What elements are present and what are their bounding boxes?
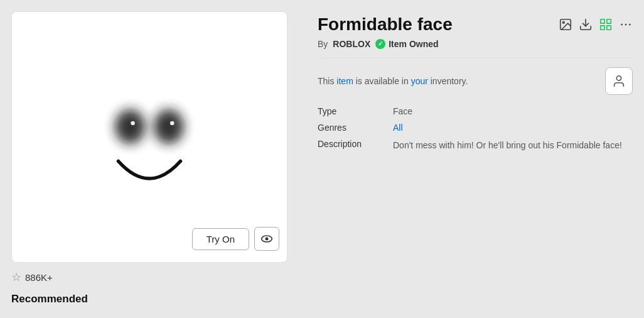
- svg-rect-12: [607, 26, 611, 30]
- owned-text: Item Owned: [389, 39, 438, 49]
- page-container: Try On ☆ 886K+ Recommended Formidable fa…: [0, 0, 644, 317]
- svg-rect-10: [607, 19, 611, 23]
- by-row: By ROBLOX ✓ Item Owned: [318, 39, 633, 49]
- toolbar-icons: [559, 18, 633, 31]
- svg-point-5: [266, 238, 269, 241]
- availability-row: This item is available in your inventory…: [318, 67, 633, 95]
- genres-label: Genres: [318, 123, 393, 133]
- svg-point-2: [154, 109, 184, 144]
- availability-text: This item is available in your inventory…: [318, 76, 468, 86]
- left-panel: Try On ☆ 886K+ Recommended: [11, 11, 300, 305]
- svg-point-16: [616, 75, 621, 80]
- checkmark-icon: ✓: [378, 40, 383, 47]
- svg-rect-11: [601, 26, 604, 30]
- download-toolbar-icon[interactable]: [579, 18, 593, 31]
- description-label: Description: [318, 139, 393, 152]
- owned-badge: ✓ Item Owned: [375, 39, 438, 49]
- availability-your-link[interactable]: your: [411, 76, 428, 86]
- try-on-button[interactable]: Try On: [192, 228, 249, 250]
- svg-point-3: [170, 121, 174, 126]
- svg-point-15: [629, 24, 631, 26]
- face-illustration: [80, 68, 218, 206]
- by-label: By: [318, 39, 328, 49]
- more-toolbar-icon[interactable]: [619, 18, 633, 31]
- star-icon[interactable]: ☆: [11, 270, 21, 284]
- creator-link[interactable]: ROBLOX: [333, 39, 370, 49]
- title-row: Formidable face: [318, 14, 633, 35]
- try-on-area: Try On: [192, 227, 279, 251]
- svg-point-0: [115, 109, 145, 144]
- svg-point-1: [131, 121, 135, 126]
- svg-point-13: [621, 24, 623, 26]
- inventory-icon: [612, 74, 626, 88]
- inventory-icon-box[interactable]: [605, 67, 633, 95]
- details-grid: Type Face Genres All Description Don't m…: [318, 106, 633, 152]
- right-panel: Formidable face: [318, 11, 633, 305]
- image-toolbar-icon[interactable]: [559, 18, 572, 31]
- type-label: Type: [318, 106, 393, 116]
- type-value: Face: [393, 106, 633, 116]
- svg-point-7: [562, 21, 564, 23]
- availability-item-link[interactable]: item: [336, 76, 353, 86]
- svg-rect-9: [601, 19, 604, 23]
- item-title: Formidable face: [318, 14, 453, 35]
- description-value: Don't mess with him! Or he'll bring out …: [393, 139, 633, 152]
- eye-icon: [260, 233, 273, 245]
- green-dot: ✓: [375, 39, 385, 49]
- grid-toolbar-icon[interactable]: [599, 18, 613, 31]
- stats-row: ☆ 886K+: [11, 270, 53, 284]
- item-image-box: Try On: [11, 11, 287, 263]
- divider: [318, 58, 633, 58]
- recommended-label: Recommended: [11, 293, 88, 305]
- genres-value: All: [393, 123, 633, 133]
- preview-button[interactable]: [254, 227, 279, 251]
- svg-point-14: [625, 24, 627, 26]
- favorites-count: 886K+: [25, 272, 53, 283]
